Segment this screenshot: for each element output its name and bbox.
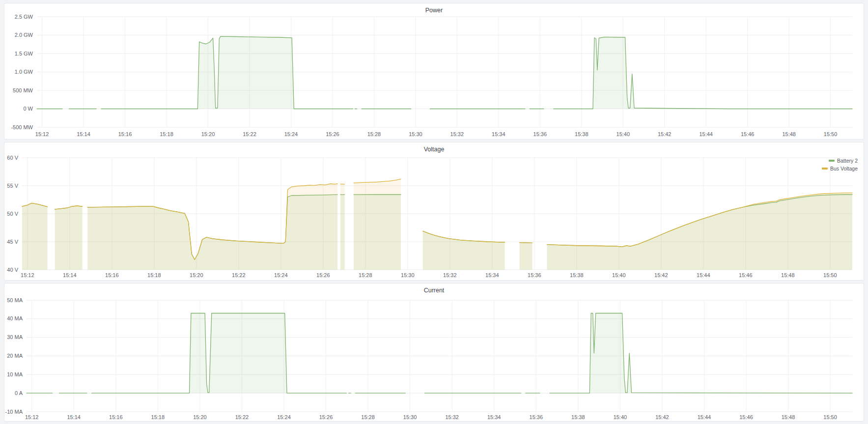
x-tick-label: 15:36 — [528, 272, 541, 278]
y-tick-label: 45 V — [7, 239, 18, 245]
x-tick-label: 15:30 — [409, 131, 422, 137]
y-tick-label: -500 MW — [11, 124, 33, 130]
x-tick-label: 15:34 — [485, 272, 499, 278]
legend-item-battery-2[interactable]: Battery 2 — [829, 157, 858, 164]
x-tick-label: 15:32 — [450, 131, 464, 137]
y-tick-label: -10 MA — [5, 409, 23, 415]
x-tick-label: 15:24 — [277, 414, 291, 420]
y-tick-label: 2.5 GW — [15, 14, 33, 20]
current-chart[interactable]: 50 MA40 MA30 MA20 MA10 MA0 A-10 MA15:121… — [4, 283, 864, 422]
x-tick-label: 15:32 — [443, 272, 457, 278]
y-tick-label: 40 MA — [7, 315, 23, 321]
x-tick-label: 15:12 — [35, 131, 49, 137]
x-tick-label: 15:44 — [698, 414, 711, 420]
panel-power: Power 2.5 GW2.0 GW1.5 GW1.0 GW500 MW0 W-… — [4, 3, 864, 140]
x-tick-label: 15:50 — [824, 131, 838, 137]
x-tick-label: 15:48 — [782, 414, 795, 420]
y-tick-label: 60 V — [7, 155, 18, 161]
axis-labels: 2.5 GW2.0 GW1.5 GW1.0 GW500 MW0 W-500 MW… — [11, 14, 837, 138]
x-tick-label: 15:30 — [403, 414, 417, 420]
y-tick-label: 20 MA — [7, 353, 23, 359]
series-bus-voltage — [22, 179, 852, 270]
x-tick-label: 15:28 — [359, 272, 372, 278]
x-tick-label: 15:24 — [274, 272, 288, 278]
x-tick-label: 15:48 — [781, 272, 795, 278]
x-tick-label: 15:26 — [319, 414, 333, 420]
x-tick-label: 15:32 — [445, 414, 459, 420]
x-tick-label: 15:40 — [614, 414, 627, 420]
x-tick-label: 15:26 — [326, 131, 339, 137]
y-tick-label: 1.5 GW — [15, 51, 33, 57]
legend-label: Bus Voltage — [830, 166, 858, 171]
legend-item-bus-voltage[interactable]: Bus Voltage — [822, 165, 858, 172]
x-tick-label: 15:46 — [739, 414, 753, 420]
y-tick-label: 50 MA — [7, 297, 23, 303]
x-tick-label: 15:22 — [243, 131, 256, 137]
y-tick-label: 2.0 GW — [15, 32, 33, 38]
battery-2-swatch-icon — [829, 160, 835, 162]
x-tick-label: 15:20 — [201, 131, 215, 137]
x-tick-label: 15:18 — [151, 414, 165, 420]
panel-title-current[interactable]: Current — [4, 287, 864, 294]
gridlines — [37, 17, 852, 127]
y-tick-label: 55 V — [7, 183, 18, 189]
panel-title-voltage[interactable]: Voltage — [4, 146, 864, 153]
x-tick-label: 15:20 — [190, 272, 203, 278]
series-group — [22, 179, 852, 270]
x-tick-label: 15:42 — [658, 131, 672, 137]
x-tick-label: 15:50 — [823, 272, 837, 278]
y-tick-label: 40 V — [7, 267, 18, 273]
series-power — [37, 36, 852, 109]
y-tick-label: 30 MA — [7, 334, 23, 340]
x-tick-label: 15:24 — [284, 131, 298, 137]
x-tick-label: 15:42 — [654, 272, 668, 278]
x-tick-label: 15:14 — [63, 272, 77, 278]
x-tick-label: 15:22 — [232, 272, 246, 278]
x-tick-label: 15:14 — [67, 414, 81, 420]
y-tick-label: 10 MA — [7, 371, 23, 377]
legend: Battery 2 Bus Voltage — [822, 157, 858, 172]
x-tick-label: 15:40 — [612, 272, 626, 278]
series-current — [27, 313, 852, 394]
series-group — [27, 313, 852, 394]
x-tick-label: 15:34 — [492, 131, 505, 137]
series-group — [37, 36, 852, 109]
gridlines — [27, 300, 852, 412]
x-tick-label: 15:14 — [77, 131, 90, 137]
x-tick-label: 15:30 — [401, 272, 415, 278]
x-tick-label: 15:50 — [823, 414, 837, 420]
x-tick-label: 15:28 — [361, 414, 375, 420]
bus-voltage-swatch-icon — [822, 168, 828, 170]
legend-label: Battery 2 — [837, 158, 858, 164]
x-tick-label: 15:46 — [739, 272, 753, 278]
x-tick-label: 15:26 — [316, 272, 330, 278]
x-tick-label: 15:16 — [118, 131, 132, 137]
x-tick-label: 15:38 — [570, 272, 584, 278]
axis-labels: 50 MA40 MA30 MA20 MA10 MA0 A-10 MA15:121… — [5, 297, 837, 421]
x-tick-label: 15:38 — [571, 414, 585, 420]
panel-title-power[interactable]: Power — [4, 7, 864, 14]
x-tick-label: 15:18 — [147, 272, 161, 278]
x-tick-label: 15:46 — [741, 131, 755, 137]
x-tick-label: 15:12 — [25, 414, 39, 420]
x-tick-label: 15:12 — [21, 272, 34, 278]
voltage-chart[interactable]: 60 V55 V50 V45 V40 V15:1215:1415:1615:18… — [4, 142, 864, 281]
x-tick-label: 15:28 — [367, 131, 381, 137]
x-tick-label: 15:44 — [699, 131, 713, 137]
y-tick-label: 50 V — [7, 211, 18, 217]
x-tick-label: 15:38 — [575, 131, 588, 137]
x-tick-label: 15:36 — [533, 131, 547, 137]
x-tick-label: 15:44 — [697, 272, 710, 278]
x-tick-label: 15:40 — [616, 131, 630, 137]
power-chart[interactable]: 2.5 GW2.0 GW1.5 GW1.0 GW500 MW0 W-500 MW… — [4, 3, 864, 140]
y-tick-label: 0 W — [23, 106, 33, 112]
x-tick-label: 15:16 — [109, 414, 123, 420]
x-tick-label: 15:22 — [235, 414, 249, 420]
x-tick-label: 15:36 — [530, 414, 543, 420]
x-tick-label: 15:48 — [782, 131, 796, 137]
x-tick-label: 15:20 — [193, 414, 207, 420]
y-tick-label: 500 MW — [13, 87, 33, 93]
y-tick-label: 0 A — [15, 390, 23, 396]
y-tick-label: 1.0 GW — [15, 69, 33, 75]
x-tick-label: 15:16 — [105, 272, 119, 278]
